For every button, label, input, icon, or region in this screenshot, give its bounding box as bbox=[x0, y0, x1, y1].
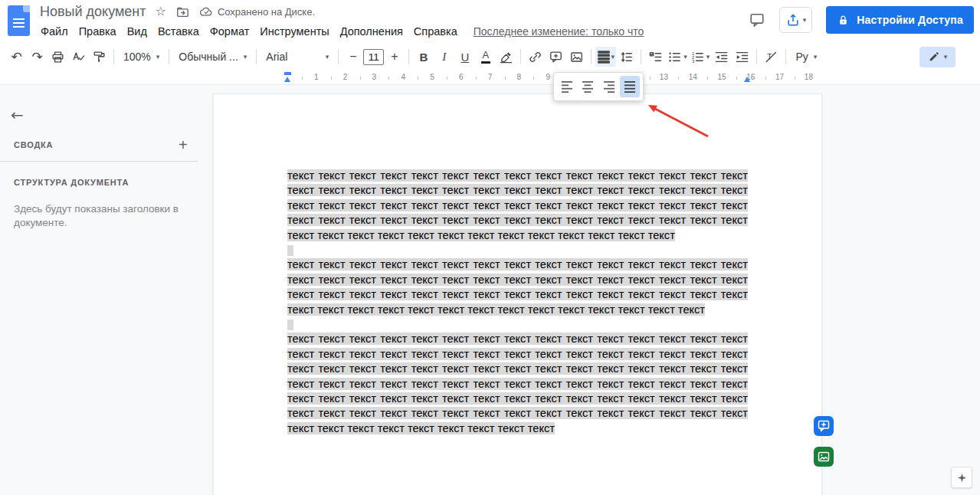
redo-button[interactable]: ↷ bbox=[27, 47, 48, 67]
cloud-saved-icon bbox=[199, 5, 213, 18]
bulleted-list-button[interactable]: ▾ bbox=[666, 47, 689, 67]
zoom-value: 100% bbox=[123, 51, 151, 63]
menu-item[interactable]: Дополнения bbox=[335, 24, 408, 39]
selected-text: текст текст текст текст текст текст текс… bbox=[287, 169, 748, 241]
explore-button[interactable] bbox=[951, 467, 972, 488]
menu-item[interactable]: Справка bbox=[408, 24, 463, 39]
paragraph[interactable]: текст текст текст текст текст текст текс… bbox=[287, 257, 748, 317]
menu-item[interactable]: Правка bbox=[74, 24, 122, 39]
undo-button[interactable]: ↶ bbox=[6, 47, 27, 67]
docs-logo-icon[interactable] bbox=[8, 5, 30, 36]
print-button[interactable] bbox=[48, 47, 68, 67]
checklist-button[interactable] bbox=[645, 47, 666, 67]
input-tools-label: Ру bbox=[795, 51, 808, 63]
title-row: Новый документ ☆ Сохранено на Диске. bbox=[40, 2, 315, 21]
pencil-icon bbox=[928, 51, 940, 63]
menu-item[interactable]: Формат bbox=[205, 24, 255, 39]
toolbar-separator bbox=[113, 49, 114, 64]
toolbar-separator bbox=[338, 49, 339, 64]
align-right-icon bbox=[603, 80, 615, 93]
toolbar-separator bbox=[256, 49, 257, 64]
chevron-down-icon: ▾ bbox=[814, 53, 818, 61]
paragraph-style-select[interactable]: Обычный ... ▾ bbox=[173, 47, 252, 67]
first-line-indent-marker[interactable] bbox=[284, 72, 291, 75]
comments-icon[interactable] bbox=[749, 11, 765, 28]
close-outline-icon[interactable]: ← bbox=[11, 106, 24, 124]
google-docs-window: Новый документ ☆ Сохранено на Диске. Фай… bbox=[0, 0, 980, 495]
align-button[interactable]: ▾ bbox=[595, 47, 616, 67]
share-settings-button[interactable]: Настройки Доступа bbox=[826, 6, 974, 34]
upload-tray-icon bbox=[785, 12, 801, 28]
left-indent-marker[interactable] bbox=[284, 77, 290, 82]
increase-indent-button[interactable] bbox=[732, 47, 752, 67]
chevron-down-icon: ▾ bbox=[156, 53, 160, 61]
docs-logo-fold bbox=[23, 5, 30, 12]
italic-button[interactable]: I bbox=[434, 47, 454, 67]
summary-label: СВОДКА bbox=[14, 140, 53, 149]
menu-item[interactable]: Вид bbox=[122, 24, 152, 39]
ruler[interactable]: 123456789101112131415161718 bbox=[0, 70, 980, 85]
selected-blank-line bbox=[287, 245, 293, 256]
toolbar: ↶ ↷ 100% ▾ Обычный ... ▾ Arial ▾ − 11 + bbox=[0, 43, 980, 70]
align-justify-button[interactable] bbox=[620, 76, 640, 97]
toolbar-separator bbox=[756, 49, 757, 64]
toolbar-separator bbox=[785, 49, 786, 64]
align-justify-icon bbox=[598, 50, 610, 64]
document-text: текст текст текст текст текст текст текс… bbox=[287, 169, 748, 436]
underline-button[interactable]: U bbox=[454, 47, 475, 67]
spellcheck-button[interactable] bbox=[68, 47, 89, 67]
alignment-dropdown bbox=[553, 72, 644, 101]
numbered-list-button[interactable]: 123 ▾ bbox=[689, 47, 712, 67]
align-center-button[interactable] bbox=[578, 76, 598, 97]
document-title[interactable]: Новый документ bbox=[40, 4, 146, 20]
align-right-button[interactable] bbox=[599, 76, 619, 97]
zoom-select[interactable]: 100% ▾ bbox=[118, 47, 165, 67]
floating-insert-image-button[interactable] bbox=[814, 447, 834, 467]
chevron-down-icon: ▾ bbox=[803, 16, 807, 24]
add-summary-button[interactable]: + bbox=[179, 136, 188, 154]
chevron-down-icon: ▾ bbox=[944, 53, 948, 61]
line-spacing-button[interactable] bbox=[616, 47, 637, 67]
toolbar-separator bbox=[408, 49, 409, 64]
header-right: ▾ Настройки Доступа bbox=[749, 5, 974, 35]
right-indent-marker[interactable] bbox=[744, 77, 750, 82]
clear-formatting-button[interactable]: T bbox=[761, 47, 782, 67]
increase-font-size-button[interactable]: + bbox=[384, 47, 405, 67]
selected-text: текст текст текст текст текст текст текс… bbox=[287, 258, 748, 315]
decrease-indent-button[interactable] bbox=[711, 47, 732, 67]
chevron-down-icon: ▾ bbox=[611, 53, 615, 61]
bold-button[interactable]: B bbox=[413, 47, 434, 67]
text-color-bar bbox=[481, 61, 490, 64]
menu-item[interactable]: Вставка bbox=[152, 24, 205, 39]
paragraph[interactable]: текст текст текст текст текст текст текс… bbox=[287, 169, 748, 243]
svg-text:3: 3 bbox=[692, 59, 695, 64]
menu-item[interactable]: Файл bbox=[35, 24, 74, 39]
move-folder-icon[interactable] bbox=[175, 5, 190, 19]
sidebar-divider bbox=[0, 161, 198, 162]
selected-blank-line bbox=[287, 320, 293, 330]
share-settings-label: Настройки Доступа bbox=[857, 14, 963, 26]
decrease-font-size-button[interactable]: − bbox=[343, 47, 363, 67]
last-edit-link[interactable]: Последнее изменение: только что bbox=[474, 25, 644, 38]
insert-image-button[interactable] bbox=[566, 47, 587, 67]
star-icon[interactable]: ☆ bbox=[156, 5, 166, 18]
font-select[interactable]: Arial ▾ bbox=[261, 47, 334, 67]
align-left-button[interactable] bbox=[557, 76, 577, 97]
save-status[interactable]: Сохранено на Диске. bbox=[199, 5, 315, 18]
chevron-down-icon: ▾ bbox=[326, 53, 329, 61]
document-page[interactable]: текст текст текст текст текст текст текс… bbox=[213, 93, 822, 495]
font-size-input[interactable]: 11 bbox=[363, 49, 384, 65]
add-comment-button[interactable] bbox=[546, 47, 566, 67]
insert-link-button[interactable] bbox=[525, 47, 546, 67]
input-tools-button[interactable]: Ру ▾ bbox=[790, 47, 822, 67]
floating-add-comment-button[interactable] bbox=[814, 416, 834, 436]
paragraph[interactable]: текст текст текст текст текст текст текс… bbox=[287, 332, 748, 436]
highlight-color-button[interactable] bbox=[496, 47, 516, 67]
version-upload-button[interactable]: ▾ bbox=[779, 7, 813, 33]
chevron-down-icon: ▾ bbox=[683, 53, 687, 61]
editing-mode-button[interactable]: ▾ bbox=[919, 47, 955, 67]
paint-format-button[interactable] bbox=[89, 47, 110, 67]
text-color-button[interactable]: A bbox=[475, 47, 496, 67]
menu-item[interactable]: Инструменты bbox=[254, 24, 334, 39]
header: Новый документ ☆ Сохранено на Диске. Фай… bbox=[0, 0, 980, 43]
